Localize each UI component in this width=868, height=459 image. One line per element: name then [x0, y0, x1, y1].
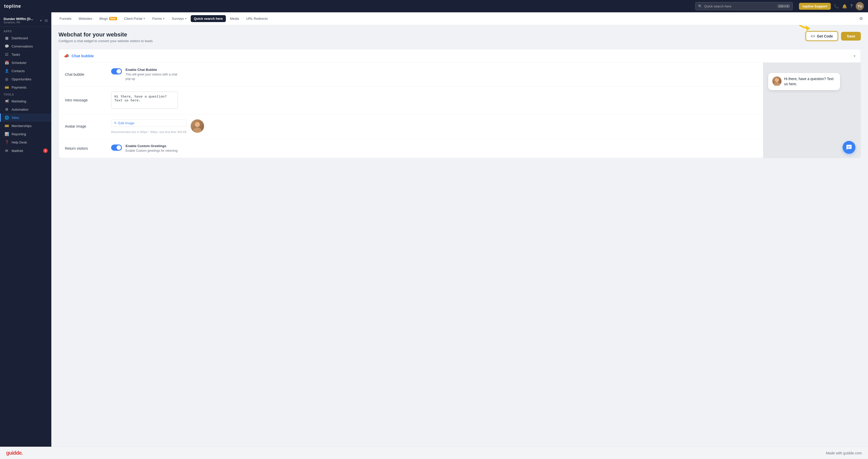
card-header[interactable]: 📣 Chat bubble ▾ — [59, 49, 861, 63]
subnav-media[interactable]: Media — [227, 15, 242, 22]
help-icon[interactable]: ? — [850, 4, 852, 8]
sidebar-item-contacts[interactable]: 👤 Contacts — [0, 67, 51, 75]
phone-icon[interactable]: 📞 — [834, 4, 839, 9]
surveys-chevron-icon: ▾ — [185, 17, 187, 20]
marketing-icon: 📢 — [4, 99, 9, 103]
sidebar-item-reporting[interactable]: 📊 Reporting — [0, 130, 51, 138]
sidebar-item-label: Mailfold — [11, 149, 23, 153]
save-button[interactable]: Save — [841, 32, 861, 40]
app-body: Dunder Mifflin [D... Scranton, PA ▾ ⊟ Ap… — [0, 12, 868, 447]
sidebar-item-helpdesk[interactable]: ❓ Help Desk — [0, 138, 51, 146]
edit-image-button[interactable]: ✎ Edit Image — [111, 119, 187, 127]
memberships-icon: 🎫 — [4, 124, 9, 128]
sidebar-item-sites[interactable]: 🌐 Sites — [0, 114, 51, 122]
chat-preview-avatar — [772, 76, 781, 86]
subnav-websites[interactable]: Websites — [75, 15, 95, 22]
sidebar-item-label: Reporting — [11, 132, 26, 136]
sidebar-toggle-icon[interactable]: ⊟ — [45, 19, 48, 23]
sidebar-item-automation[interactable]: ⚙ Automation — [0, 105, 51, 114]
sidebar-item-payments[interactable]: 💳 Payments — [0, 83, 51, 91]
enable-chat-bubble-toggle[interactable] — [111, 68, 122, 74]
subnav-blogs[interactable]: Blogs New — [96, 15, 120, 22]
card-chevron-icon: ▾ — [854, 54, 856, 58]
account-switcher[interactable]: Dunder Mifflin [D... Scranton, PA ▾ ⊟ — [0, 14, 51, 27]
subnav-chat-widget[interactable]: Quick search here — [191, 15, 226, 22]
avatar[interactable]: TU — [856, 2, 864, 10]
avatar-image-group: ✎ Edit Image Recommended size is 300px *… — [111, 119, 187, 133]
chat-preview-bubble: Hi there, have a question? Text us here. — [768, 73, 840, 90]
return-toggle-title: Enable Custom Greetings — [125, 144, 178, 148]
card-body: Chat bubble Enable Chat Bubble This will… — [59, 63, 861, 158]
search-placeholder: Quick search here — [704, 4, 732, 8]
form-label-avatar-image: Avatar Image — [65, 124, 106, 128]
sidebar-item-label: Payments — [11, 86, 26, 89]
sidebar-item-label: Help Desk — [11, 141, 27, 144]
sidebar-item-mailfold[interactable]: ✉ Mailfold 3 — [0, 146, 51, 155]
subnav-funnels-label: Funnels — [60, 17, 71, 21]
image-hint: Recommended size is 300px * 300px, size … — [111, 130, 187, 133]
enable-custom-greetings-toggle[interactable] — [111, 145, 122, 151]
page-header-actions: <> Get Code Save — [806, 31, 861, 41]
sidebar: Dunder Mifflin [D... Scranton, PA ▾ ⊟ Ap… — [0, 12, 51, 447]
subnav-url-redirects[interactable]: URL Redirects — [243, 15, 271, 22]
svg-point-4 — [774, 82, 780, 86]
get-code-button[interactable]: <> Get Code — [806, 31, 838, 41]
subnav-client-portal[interactable]: Client Portal ▾ — [121, 15, 148, 22]
toggle-label-group: Enable Chat Bubble This will greet your … — [125, 68, 182, 81]
sidebar-item-tasks[interactable]: ☑ Tasks — [0, 50, 51, 59]
edit-icon: ✎ — [114, 121, 117, 125]
avatar-image-preview — [191, 119, 204, 133]
form-content-avatar-image: ✎ Edit Image Recommended size is 300px *… — [111, 119, 757, 133]
subnav-websites-label: Websites — [79, 17, 92, 21]
tasks-icon: ☑ — [4, 52, 9, 57]
subnav-surveys-label: Surveys — [172, 17, 184, 21]
toggle-wrapper-return-visitors: Enable Custom Greetings Enable Custom gr… — [111, 144, 178, 153]
search-bar[interactable]: 🔍 Quick search here Ctrl + K — [695, 2, 793, 10]
settings-icon[interactable]: ⚙ — [859, 16, 863, 21]
toggle-title: Enable Chat Bubble — [125, 68, 182, 72]
subnav-url-redirects-label: URL Redirects — [246, 17, 268, 21]
sidebar-item-dashboard[interactable]: ▦ Dashboard — [0, 34, 51, 42]
subnav-funnels[interactable]: Funnels — [57, 15, 74, 22]
chat-widget-button — [843, 141, 856, 154]
forms-chevron-icon: ▾ — [163, 17, 164, 20]
sidebar-item-label: Memberships — [11, 124, 32, 128]
form-row-intro-message: Intro message Hi there, have a question?… — [59, 87, 763, 114]
intro-message-input[interactable]: Hi there, have a question? Text us here. — [111, 92, 178, 109]
edit-image-label: Edit Image — [118, 121, 134, 125]
sidebar-item-memberships[interactable]: 🎫 Memberships — [0, 122, 51, 130]
sidebar-item-label: Sites — [11, 116, 19, 120]
subnav-media-label: Media — [230, 17, 239, 21]
reporting-icon: 📊 — [4, 132, 9, 136]
scheduler-icon: 📅 — [4, 61, 9, 65]
helpdesk-icon: ❓ — [4, 140, 9, 144]
bell-icon[interactable]: 🔔 — [842, 4, 847, 9]
opportunities-icon: ◎ — [4, 77, 9, 81]
megaphone-icon: 📣 — [64, 53, 69, 58]
svg-point-2 — [193, 128, 202, 133]
page-header: Webchat for your website Configure a cha… — [59, 31, 861, 43]
svg-point-3 — [775, 78, 779, 82]
subnav-surveys[interactable]: Surveys ▾ — [168, 15, 190, 22]
subnav-forms[interactable]: Forms ▾ — [149, 15, 167, 22]
page-area: Webchat for your website Configure a cha… — [51, 25, 868, 447]
code-icon: <> — [811, 34, 815, 38]
card-form: Chat bubble Enable Chat Bubble This will… — [59, 63, 763, 158]
form-row-avatar-image: Avatar Image ✎ Edit Image Recommended si… — [59, 114, 763, 139]
conversations-icon: 💬 — [4, 44, 9, 48]
top-navigation: topline 🔍 Quick search here Ctrl + K top… — [0, 0, 868, 12]
account-sub: Scranton, PA — [4, 21, 38, 24]
account-chevron-icon: ▾ — [40, 19, 41, 22]
form-label-intro-message: Intro message — [65, 98, 106, 102]
sidebar-item-label: Contacts — [11, 69, 25, 73]
sidebar-item-marketing[interactable]: 📢 Marketing — [0, 97, 51, 105]
form-label-chat-bubble: Chat bubble — [65, 72, 106, 76]
account-name: Dunder Mifflin [D... — [4, 17, 38, 21]
sidebar-item-opportunities[interactable]: ◎ Opportunities — [0, 75, 51, 83]
search-icon: 🔍 — [698, 4, 702, 8]
sidebar-item-conversations[interactable]: 💬 Conversations — [0, 42, 51, 50]
section-label-apps: Apps — [0, 28, 51, 34]
return-toggle-desc: Enable Custom greetings for returning — [125, 149, 178, 153]
support-button[interactable]: topline Support — [799, 3, 831, 10]
sidebar-item-scheduler[interactable]: 📅 Scheduler — [0, 59, 51, 67]
